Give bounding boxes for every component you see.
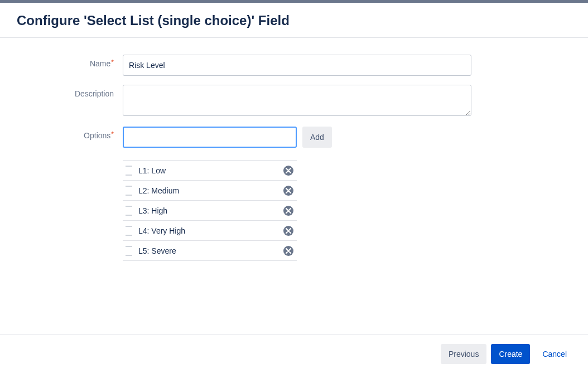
modal-title: Configure 'Select List (single choice)' … bbox=[17, 13, 571, 28]
modal-body: Name* Description Options* Add bbox=[0, 38, 588, 335]
description-label-text: Description bbox=[75, 89, 114, 98]
modal-header: Configure 'Select List (single choice)' … bbox=[0, 3, 588, 38]
option-label: L5: Severe bbox=[138, 246, 283, 255]
remove-option-icon[interactable] bbox=[283, 166, 293, 176]
drag-handle-icon[interactable] bbox=[125, 225, 133, 236]
description-label: Description bbox=[22, 85, 123, 98]
create-button[interactable]: Create bbox=[491, 344, 530, 364]
required-asterisk: * bbox=[111, 130, 114, 138]
drag-handle-icon[interactable] bbox=[125, 165, 133, 176]
remove-option-icon[interactable] bbox=[283, 186, 293, 196]
options-label: Options* bbox=[22, 127, 123, 140]
remove-option-icon[interactable] bbox=[283, 206, 293, 216]
name-label: Name* bbox=[22, 55, 123, 68]
name-label-text: Name bbox=[90, 59, 110, 68]
options-label-text: Options bbox=[84, 131, 110, 140]
name-row: Name* bbox=[22, 55, 566, 76]
option-label: L1: Low bbox=[138, 166, 283, 175]
option-item[interactable]: L5: Severe bbox=[123, 241, 297, 261]
drag-handle-icon[interactable] bbox=[125, 205, 133, 216]
remove-option-icon[interactable] bbox=[283, 226, 293, 236]
option-item[interactable]: L3: High bbox=[123, 201, 297, 221]
option-label: L3: High bbox=[138, 206, 283, 215]
cancel-button[interactable]: Cancel bbox=[534, 344, 575, 364]
drag-handle-icon[interactable] bbox=[125, 185, 133, 196]
description-textarea[interactable] bbox=[123, 85, 471, 116]
option-item[interactable]: L2: Medium bbox=[123, 181, 297, 201]
name-input[interactable] bbox=[123, 55, 471, 76]
required-asterisk: * bbox=[111, 59, 114, 66]
option-input-row: Add bbox=[123, 127, 480, 148]
previous-button[interactable]: Previous bbox=[441, 344, 486, 364]
remove-option-icon[interactable] bbox=[283, 246, 293, 256]
option-label: L2: Medium bbox=[138, 186, 283, 195]
drag-handle-icon[interactable] bbox=[125, 245, 133, 256]
option-item[interactable]: L4: Very High bbox=[123, 221, 297, 241]
modal-footer: Previous Create Cancel bbox=[0, 335, 588, 373]
configure-field-modal: Configure 'Select List (single choice)' … bbox=[0, 0, 588, 373]
add-option-button[interactable]: Add bbox=[302, 127, 332, 148]
option-item[interactable]: L1: Low bbox=[123, 161, 297, 181]
options-list: L1: LowL2: MediumL3: HighL4: Very HighL5… bbox=[123, 160, 297, 261]
option-input[interactable] bbox=[123, 127, 297, 148]
options-row: Options* Add L1: LowL2: MediumL3: HighL4… bbox=[22, 127, 566, 261]
option-label: L4: Very High bbox=[138, 226, 283, 235]
description-row: Description bbox=[22, 85, 566, 118]
